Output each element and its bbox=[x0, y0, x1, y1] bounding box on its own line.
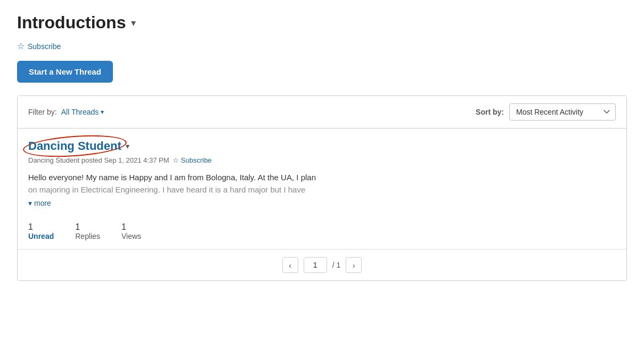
filter-label: Filter by: bbox=[28, 108, 57, 116]
thread-preview-line2: on majoring in Electrical Engineering. I… bbox=[28, 184, 616, 196]
views-label: Views bbox=[121, 232, 141, 240]
page-title: Introductions bbox=[17, 13, 126, 33]
filter-chevron-icon: ▾ bbox=[101, 108, 104, 116]
page-title-row: Introductions ▾ bbox=[17, 13, 627, 33]
filter-left: Filter by: All Threads ▾ bbox=[28, 108, 104, 116]
title-chevron-icon[interactable]: ▾ bbox=[131, 17, 136, 29]
filter-selected: All Threads bbox=[61, 108, 99, 116]
sort-right: Sort by: Most Recent Activity Newest Thr… bbox=[476, 103, 616, 121]
subscribe-link[interactable]: Subscribe bbox=[28, 42, 61, 51]
filter-bar: Filter by: All Threads ▾ Sort by: Most R… bbox=[18, 96, 626, 129]
thread-preview-line1: Hello everyone! My name is Happy and I a… bbox=[28, 172, 616, 184]
thread-header: Dancing Student ▾ bbox=[28, 139, 616, 153]
thread-subscribe-star-icon: ☆ bbox=[173, 156, 179, 164]
replies-label: Replies bbox=[75, 232, 100, 240]
more-label: more bbox=[34, 199, 51, 207]
replies-count: 1 bbox=[75, 222, 80, 232]
stat-replies: 1 Replies bbox=[75, 222, 100, 240]
sort-select[interactable]: Most Recent Activity Newest Thread Most … bbox=[509, 103, 616, 121]
thread-author-name-wrapper: Dancing Student bbox=[28, 139, 121, 153]
page-total: / 1 bbox=[332, 261, 341, 269]
stat-unread: 1 Unread bbox=[28, 222, 54, 240]
thread-dropdown-icon[interactable]: ▾ bbox=[126, 142, 129, 150]
more-link[interactable]: ▾ more bbox=[28, 199, 616, 207]
subscribe-star-icon: ☆ bbox=[17, 41, 25, 51]
thread-posted-info: Dancing Student posted Sep 1, 2021 4:37 … bbox=[28, 156, 169, 164]
thread-subscribe-inline[interactable]: ☆ Subscribe bbox=[173, 156, 212, 164]
more-chevron-icon: ▾ bbox=[28, 199, 32, 207]
pagination-bar: ‹ / 1 › bbox=[18, 250, 626, 280]
subscribe-row: ☆ Subscribe bbox=[17, 41, 627, 51]
thread-item: Dancing Student ▾ Dancing Student posted… bbox=[18, 129, 626, 250]
next-page-button[interactable]: › bbox=[346, 257, 362, 273]
unread-count: 1 bbox=[28, 222, 33, 232]
filter-dropdown[interactable]: All Threads ▾ bbox=[61, 108, 104, 116]
unread-label[interactable]: Unread bbox=[28, 232, 54, 240]
forum-container: Filter by: All Threads ▾ Sort by: Most R… bbox=[17, 95, 627, 281]
thread-author-name[interactable]: Dancing Student bbox=[28, 139, 121, 153]
thread-subscribe-label: Subscribe bbox=[181, 156, 212, 164]
thread-preview: Hello everyone! My name is Happy and I a… bbox=[28, 172, 616, 196]
sort-label: Sort by: bbox=[476, 108, 504, 116]
views-count: 1 bbox=[121, 222, 126, 232]
thread-stats: 1 Unread 1 Replies 1 Views bbox=[28, 216, 616, 249]
prev-page-button[interactable]: ‹ bbox=[282, 257, 298, 273]
stat-views: 1 Views bbox=[121, 222, 141, 240]
new-thread-button[interactable]: Start a New Thread bbox=[17, 61, 113, 83]
thread-meta: Dancing Student posted Sep 1, 2021 4:37 … bbox=[28, 156, 616, 164]
current-page-input[interactable] bbox=[304, 257, 327, 273]
